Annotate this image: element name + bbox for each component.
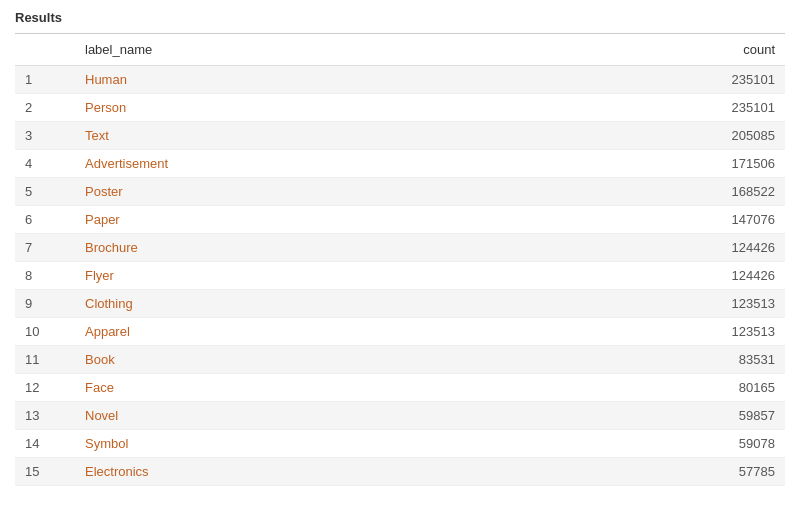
results-title: Results (15, 10, 785, 34)
cell-label: Book (75, 346, 665, 374)
cell-index: 10 (15, 318, 75, 346)
col-header-index (15, 34, 75, 66)
cell-count: 124426 (665, 234, 785, 262)
cell-label: Human (75, 66, 665, 94)
table-body: 1Human2351012Person2351013Text2050854Adv… (15, 66, 785, 486)
cell-count: 83531 (665, 346, 785, 374)
cell-label: Advertisement (75, 150, 665, 178)
results-table: label_name count 1Human2351012Person2351… (15, 34, 785, 486)
cell-count: 57785 (665, 458, 785, 486)
table-row: 10Apparel123513 (15, 318, 785, 346)
cell-index: 7 (15, 234, 75, 262)
cell-index: 2 (15, 94, 75, 122)
cell-index: 1 (15, 66, 75, 94)
cell-label: Flyer (75, 262, 665, 290)
table-row: 7Brochure124426 (15, 234, 785, 262)
cell-count: 80165 (665, 374, 785, 402)
cell-count: 147076 (665, 206, 785, 234)
cell-label: Apparel (75, 318, 665, 346)
table-row: 5Poster168522 (15, 178, 785, 206)
cell-label: Clothing (75, 290, 665, 318)
cell-label: Person (75, 94, 665, 122)
cell-label: Symbol (75, 430, 665, 458)
cell-label: Electronics (75, 458, 665, 486)
cell-count: 235101 (665, 94, 785, 122)
table-row: 6Paper147076 (15, 206, 785, 234)
cell-index: 15 (15, 458, 75, 486)
cell-count: 123513 (665, 290, 785, 318)
cell-count: 235101 (665, 66, 785, 94)
cell-count: 168522 (665, 178, 785, 206)
cell-count: 59078 (665, 430, 785, 458)
col-header-label: label_name (75, 34, 665, 66)
cell-count: 123513 (665, 318, 785, 346)
cell-count: 124426 (665, 262, 785, 290)
cell-label: Face (75, 374, 665, 402)
cell-count: 171506 (665, 150, 785, 178)
cell-index: 11 (15, 346, 75, 374)
table-row: 8Flyer124426 (15, 262, 785, 290)
cell-count: 59857 (665, 402, 785, 430)
table-row: 14Symbol59078 (15, 430, 785, 458)
cell-index: 6 (15, 206, 75, 234)
col-header-count: count (665, 34, 785, 66)
cell-index: 5 (15, 178, 75, 206)
table-row: 1Human235101 (15, 66, 785, 94)
cell-count: 205085 (665, 122, 785, 150)
cell-index: 13 (15, 402, 75, 430)
table-row: 4Advertisement171506 (15, 150, 785, 178)
table-row: 9Clothing123513 (15, 290, 785, 318)
cell-index: 14 (15, 430, 75, 458)
cell-index: 3 (15, 122, 75, 150)
cell-index: 9 (15, 290, 75, 318)
cell-index: 12 (15, 374, 75, 402)
cell-index: 4 (15, 150, 75, 178)
cell-label: Text (75, 122, 665, 150)
table-row: 11Book83531 (15, 346, 785, 374)
table-header-row: label_name count (15, 34, 785, 66)
table-row: 12Face80165 (15, 374, 785, 402)
cell-label: Poster (75, 178, 665, 206)
table-row: 13Novel59857 (15, 402, 785, 430)
table-row: 2Person235101 (15, 94, 785, 122)
cell-index: 8 (15, 262, 75, 290)
cell-label: Paper (75, 206, 665, 234)
table-row: 15Electronics57785 (15, 458, 785, 486)
table-row: 3Text205085 (15, 122, 785, 150)
cell-label: Novel (75, 402, 665, 430)
results-section: Results label_name count 1Human2351012Pe… (0, 0, 800, 496)
cell-label: Brochure (75, 234, 665, 262)
